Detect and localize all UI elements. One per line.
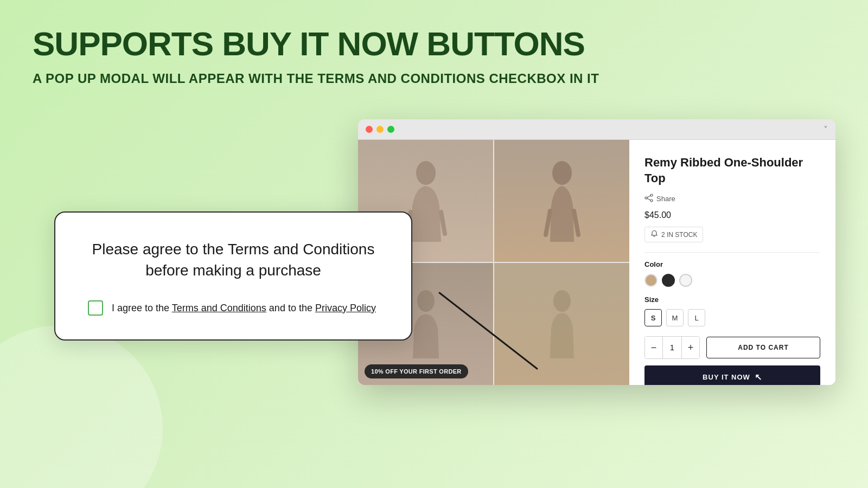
- headline: SUPPORTS BUY IT NOW BUTTONS: [33, 26, 835, 61]
- browser-dot-green: [387, 126, 394, 133]
- stock-badge: 2 IN STOCK: [644, 227, 703, 242]
- cursor-icon: ↖: [755, 372, 762, 382]
- main-content: SUPPORTS BUY IT NOW BUTTONS A POP UP MOD…: [0, 0, 868, 122]
- divider-1: [644, 252, 820, 253]
- svg-line-7: [647, 196, 650, 197]
- color-swatch-tan[interactable]: [644, 274, 658, 287]
- subheadline: A POP UP MODAL WILL APPEAR WITH THE TERM…: [33, 71, 835, 86]
- svg-line-8: [647, 198, 650, 200]
- modal-checkbox-row: I agree to the Terms and Conditions and …: [88, 300, 379, 316]
- quantity-control: − 1 +: [644, 336, 700, 359]
- color-label: Color: [644, 260, 820, 268]
- browser-chevron-icon: ˅: [824, 125, 828, 135]
- background-circle: [0, 325, 163, 488]
- modal-popup: Please agree to the Terms and Conditions…: [54, 211, 412, 341]
- color-swatch-white[interactable]: [679, 274, 692, 287]
- browser-dot-red: [366, 126, 373, 133]
- modal-title: Please agree to the Terms and Conditions…: [88, 239, 379, 281]
- svg-point-0: [416, 161, 436, 185]
- terms-checkbox[interactable]: [88, 300, 103, 316]
- qty-value: 1: [662, 337, 682, 358]
- share-icon: [644, 194, 653, 204]
- share-label[interactable]: Share: [656, 195, 675, 203]
- product-image-2: [494, 140, 629, 262]
- svg-point-2: [417, 290, 435, 312]
- browser-titlebar: ˅: [358, 119, 835, 140]
- browser-mockup: ˅: [358, 119, 835, 385]
- svg-point-1: [552, 161, 572, 185]
- color-swatch-black[interactable]: [662, 274, 675, 287]
- product-name: Remy Ribbed One-Shoulder Top: [644, 155, 820, 186]
- add-to-cart-button[interactable]: ADD TO CART: [706, 337, 820, 358]
- svg-point-6: [650, 200, 653, 202]
- privacy-link[interactable]: Privacy Policy: [315, 303, 376, 313]
- size-btn-m[interactable]: M: [666, 309, 684, 326]
- discount-badge: 10% OFF YOUR FIRST ORDER: [365, 364, 468, 378]
- product-detail: Remy Ribbed One-Shoulder Top Share $45.0…: [629, 140, 835, 385]
- svg-point-4: [650, 194, 653, 196]
- size-btn-l[interactable]: L: [688, 309, 705, 326]
- svg-point-3: [553, 290, 571, 312]
- browser-body: 10% OFF YOUR FIRST ORDER Remy Ribbed One…: [358, 140, 835, 385]
- stock-text: 2 IN STOCK: [661, 231, 697, 239]
- share-row: Share: [644, 194, 820, 204]
- size-label: Size: [644, 296, 820, 304]
- svg-point-5: [645, 197, 647, 199]
- browser-dot-yellow: [376, 126, 384, 133]
- size-btn-s[interactable]: S: [644, 309, 662, 326]
- qty-decrease-button[interactable]: −: [645, 337, 662, 358]
- qty-increase-button[interactable]: +: [682, 337, 699, 358]
- checkbox-label: I agree to the Terms and Conditions and …: [112, 301, 376, 315]
- qty-cart-row: − 1 + ADD TO CART: [644, 336, 820, 359]
- buy-now-label: BUY IT NOW: [703, 373, 750, 381]
- product-price: $45.00: [644, 210, 820, 220]
- size-options: S M L: [644, 309, 820, 326]
- buy-now-button[interactable]: BUY IT NOW ↖: [644, 365, 820, 385]
- bell-icon: [650, 230, 658, 239]
- product-image-4: [494, 263, 629, 385]
- terms-link[interactable]: Terms and Conditions: [172, 303, 266, 313]
- color-options: [644, 274, 820, 287]
